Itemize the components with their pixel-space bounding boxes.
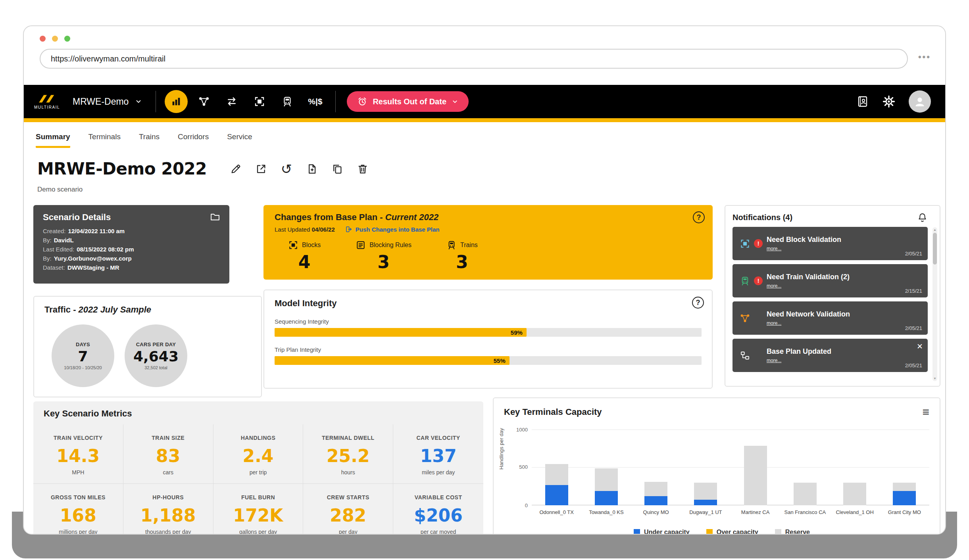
bar-cleveland-1-oh [830, 430, 880, 505]
minimize-window-button[interactable] [52, 36, 58, 42]
metric-gross-ton-miles: GROSS TON MILES168millions per day [33, 484, 123, 535]
more-link[interactable]: more... [767, 320, 850, 326]
alarm-clock-icon [357, 96, 367, 107]
undo-icon[interactable]: ↺ [280, 162, 293, 176]
help-icon[interactable]: ? [693, 211, 705, 223]
base-plan-icon [738, 350, 752, 361]
trains-count: 3 [446, 252, 478, 272]
block-icon [738, 238, 752, 249]
metric-hp-hours: HP-HOURS1,188thousands per day [123, 484, 213, 535]
address-bar[interactable]: https://oliverwyman.com/multirail [40, 49, 908, 69]
metric-handlings: HANDLINGS2.4per trip [213, 424, 304, 484]
network-nodes-icon [198, 96, 210, 107]
bar-grant-city-mo [880, 430, 929, 505]
multirail-logo[interactable]: MULTIRAIL [34, 94, 60, 109]
more-link[interactable]: more... [767, 283, 850, 289]
scenario-created-by-row: By:DavidL [43, 236, 220, 245]
trip-plan-integrity-bar: 55% [275, 356, 702, 365]
network-icon[interactable] [192, 90, 215, 113]
notification-base-plan-updated[interactable]: Base Plan Updated more... ✕ 2/05/21 [733, 339, 928, 372]
tab-corridors[interactable]: Corridors [178, 132, 209, 148]
notifications-scrollbar[interactable]: ▲ ▼ [932, 227, 937, 381]
traffic-days-circle: DAYS 7 10/18/20 - 10/25/20 [52, 324, 114, 387]
scenario-created-row: Created:12/04/2022 11:00 am [43, 226, 220, 236]
bar-dugway-1-ut [681, 430, 731, 505]
block-icon [254, 96, 265, 107]
blocking-rules-icon [356, 240, 366, 250]
delete-icon[interactable] [356, 162, 369, 176]
changes-card-title: Changes from Base Plan - Current 2022 [275, 212, 702, 222]
header-divider [156, 91, 156, 112]
x-axis-label: San Francisco CA [780, 509, 830, 515]
legend-item: Over capacity [706, 529, 758, 535]
blocks-nav-icon[interactable] [248, 90, 271, 113]
notification-date: 2/05/21 [905, 325, 922, 331]
train-icon [446, 240, 457, 250]
add-file-icon[interactable] [305, 162, 319, 176]
scenario-selector[interactable]: MRWE-Demo [68, 96, 152, 107]
alert-badge: ! [754, 239, 763, 248]
sequencing-integrity-bar: 59% [275, 328, 702, 337]
more-link[interactable]: more... [767, 358, 831, 363]
tab-summary[interactable]: Summary [36, 132, 70, 148]
main-content: Summary Terminals Trains Corridors Servi… [24, 122, 945, 534]
window-controls [40, 36, 931, 42]
browser-chrome: https://oliverwyman.com/multirail ••• [24, 26, 945, 85]
folder-icon[interactable] [210, 211, 221, 224]
tab-service[interactable]: Service [227, 132, 252, 148]
export-icon[interactable] [254, 162, 268, 176]
multirail-logo-mark [36, 94, 58, 104]
notification-train-validation[interactable]: ! Need Train Validation (2) more... 2/15… [733, 264, 928, 297]
blocking-rules-count: 3 [356, 252, 411, 272]
metric-train-size: TRAIN SIZE83cars [123, 424, 213, 484]
x-axis-label: Grant City MO [880, 509, 929, 515]
contacts-icon[interactable] [856, 95, 869, 108]
key-metrics-title: Key Scenario Metrics [33, 408, 483, 419]
help-icon[interactable]: ? [692, 297, 704, 309]
terminals-chart-title: Key Terminals Capacity [504, 407, 602, 417]
bell-icon[interactable] [917, 212, 928, 223]
close-icon[interactable]: ✕ [917, 342, 923, 351]
edit-icon[interactable] [229, 162, 242, 176]
bar-odonnell-0-tx [532, 430, 581, 505]
trains-nav-icon[interactable] [276, 90, 299, 113]
train-icon [738, 276, 752, 286]
metric-variable-cost: VARIABLE COST$206per car moved [393, 484, 483, 535]
terminals-chart-legend: Under capacityOver capacityReserve [514, 529, 929, 535]
notification-network-validation[interactable]: Need Network Validation more... 2/05/21 [733, 301, 928, 335]
dashboard-chart-icon[interactable] [165, 90, 188, 113]
maximize-window-button[interactable] [64, 36, 70, 42]
results-badge-label: Results Out of Date [373, 97, 446, 106]
browser-menu-icon[interactable]: ••• [918, 52, 931, 65]
tab-bar: Summary Terminals Trains Corridors Servi… [24, 122, 945, 148]
close-window-button[interactable] [40, 36, 46, 42]
scrollbar-thumb[interactable] [933, 233, 937, 265]
traffic-card: Traffic - 2022 July Sample DAYS 7 10/18/… [33, 296, 262, 397]
tab-trains[interactable]: Trains [139, 132, 160, 148]
settings-gear-icon[interactable] [882, 94, 896, 109]
more-link[interactable]: more... [767, 246, 841, 251]
push-changes-link[interactable]: Push Changes into Base Plan [345, 226, 440, 233]
results-out-of-date-badge[interactable]: Results Out of Date [347, 91, 469, 112]
scroll-down-icon[interactable]: ▼ [932, 377, 937, 380]
url-text: https://oliverwyman.com/multirail [51, 54, 165, 63]
bar-towanda-0-ks [581, 430, 631, 505]
metric-car-velocity: CAR VELOCITY137miles per day [393, 424, 483, 484]
tab-terminals[interactable]: Terminals [88, 132, 121, 148]
key-scenario-metrics-card: Key Scenario Metrics TRAIN VELOCITY14.3M… [33, 401, 483, 535]
changes-from-base-plan-card: Changes from Base Plan - Current 2022 ? … [263, 205, 713, 280]
cost-comparison-icon[interactable]: %|$ [304, 90, 327, 113]
logo-label: MULTIRAIL [34, 105, 60, 109]
swap-arrows-icon[interactable] [220, 90, 243, 113]
scenario-details-card: Scenario Details Created:12/04/2022 11:0… [33, 205, 229, 284]
block-icon [288, 240, 298, 250]
changes-meta-row: Last Updated 04/06/22 Push Changes into … [275, 226, 702, 233]
scroll-up-icon[interactable]: ▲ [932, 228, 937, 232]
scenario-details-title: Scenario Details [43, 212, 220, 222]
chart-menu-icon[interactable]: ≡ [922, 406, 929, 418]
notification-block-validation[interactable]: ! Need Block Validation more... 2/05/21 [733, 227, 928, 260]
duplicate-icon[interactable] [331, 162, 344, 176]
scenario-edited-by-row: By:Yury.Gorbunov@owex.corp [43, 254, 220, 263]
user-avatar-icon[interactable] [909, 90, 931, 113]
trip-plan-integrity-label: Trip Plan Integrity [275, 346, 702, 353]
